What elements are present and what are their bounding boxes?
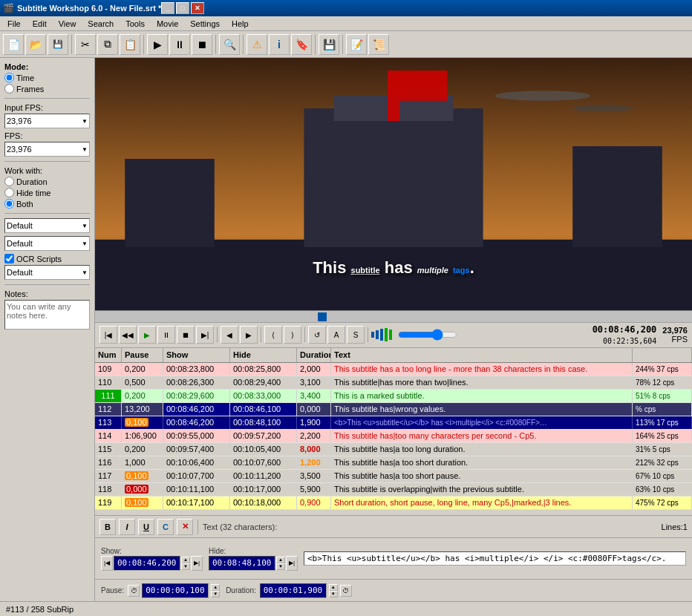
pause-timecode[interactable]: 00:00:00,100: [142, 583, 209, 598]
trans-pause[interactable]: ⏸: [157, 326, 175, 344]
table-row[interactable]: 114 1:06,900 00:09:55,000 00:09:57,200 2…: [95, 430, 692, 443]
pause-spin-down[interactable]: ▼: [211, 591, 220, 597]
menu-edit[interactable]: Edit: [27, 18, 53, 30]
trans-stop[interactable]: ⏹: [177, 326, 195, 344]
hide-spin-down[interactable]: ▼: [276, 563, 285, 570]
input-fps-combo[interactable]: 23,976 ▼: [4, 114, 90, 128]
trans-auto[interactable]: A: [327, 326, 345, 344]
table-row[interactable]: 112 13,200 00:08:46,200 00:08:46,100 0,0…: [95, 403, 692, 416]
copy-button[interactable]: ⧉: [97, 34, 118, 55]
bookmark-button[interactable]: 🔖: [291, 34, 312, 55]
trans-prev-sub[interactable]: |◀: [99, 326, 117, 344]
seekbar[interactable]: [95, 310, 692, 322]
hide-go-right[interactable]: ▶|: [286, 556, 298, 571]
maximize-button[interactable]: □: [176, 2, 189, 14]
trans-next-sub[interactable]: ▶|: [196, 326, 214, 344]
menu-search[interactable]: Search: [82, 18, 120, 30]
show-timecode[interactable]: 00:08:46,200: [114, 556, 180, 571]
hide-spin-up[interactable]: ▲: [276, 557, 285, 563]
combo2[interactable]: Default ▼: [4, 236, 90, 251]
table-row[interactable]: 116 1,000 00:10:06,400 00:10:07,600 1,20…: [95, 456, 692, 470]
play-button[interactable]: ▶: [147, 34, 168, 55]
duration-timecode[interactable]: 00:00:01,900: [260, 583, 327, 598]
combo1[interactable]: Default ▼: [4, 218, 90, 233]
table-row[interactable]: 119 0,100 00:10:17,100 00:10:18,000 0,90…: [95, 497, 692, 510]
combo3[interactable]: Default ▼: [4, 265, 90, 280]
duration-spin: ▲ ▼: [329, 584, 338, 597]
minimize-button[interactable]: _: [161, 2, 174, 14]
grid-body[interactable]: 109 0,200 00:08:23,800 00:08:25,800 2,00…: [95, 363, 692, 516]
menubar: File Edit View Search Tools Movie Settin…: [0, 16, 692, 31]
work-hide-radio[interactable]: [4, 188, 14, 197]
info-button[interactable]: i: [269, 34, 290, 55]
pause-btn[interactable]: ⏸: [169, 34, 190, 55]
table-row[interactable]: 115 0,200 00:09:57,400 00:10:05,400 8,00…: [95, 443, 692, 456]
trans-mark-in[interactable]: ⟨: [264, 326, 282, 344]
work-duration-radio[interactable]: [4, 177, 14, 186]
trans-frame-back[interactable]: ◀: [221, 326, 238, 344]
mode-time-radio[interactable]: [4, 73, 14, 82]
trans-sel[interactable]: S: [347, 326, 365, 344]
seek-thumb[interactable]: [318, 312, 327, 321]
script-button[interactable]: 📝: [346, 34, 367, 55]
show-go-right[interactable]: ▶|: [191, 556, 203, 571]
ocr-checkbox[interactable]: [4, 254, 14, 263]
close-button[interactable]: ✕: [191, 2, 204, 14]
fps-combo[interactable]: 23,976 ▼: [4, 142, 90, 157]
warn-button[interactable]: ⚠: [247, 34, 267, 55]
subtitle-overlay: This subtitle has multiple tags.: [95, 255, 692, 281]
find-button[interactable]: 🔍: [219, 34, 240, 55]
volume-slider[interactable]: [398, 330, 457, 340]
table-row[interactable]: 111 0,200 00:08:29,600 00:08:33,000 3,40…: [95, 390, 692, 403]
bold-button[interactable]: B: [99, 519, 116, 535]
duration-clock-icon[interactable]: ⏱: [340, 585, 352, 597]
text-edit-box[interactable]: <b>This <u>subtitle</u></b> has <i>multi…: [304, 551, 686, 566]
trans-play[interactable]: ▶: [138, 326, 156, 344]
trans-mark-out[interactable]: ⟩: [284, 326, 301, 344]
export-button[interactable]: 💾: [319, 34, 339, 55]
table-row[interactable]: 118 0,000 00:10:11,100 00:10:17,000 5,90…: [95, 483, 692, 497]
table-row[interactable]: 109 0,200 00:08:23,800 00:08:25,800 2,00…: [95, 363, 692, 376]
row-show-109: 00:08:23,800: [163, 363, 230, 376]
table-row[interactable]: 113 0,100 00:08:46,200 00:08:48,100 1,90…: [95, 416, 692, 430]
row-pct-116: 212% 32 cps: [633, 456, 692, 469]
underline-button[interactable]: U: [138, 519, 154, 535]
menu-view[interactable]: View: [53, 18, 82, 30]
menu-settings[interactable]: Settings: [184, 18, 226, 30]
italic-button[interactable]: I: [119, 519, 135, 535]
stop-btn[interactable]: ⏹: [192, 34, 212, 55]
row-pct-118: 63% 10 cps: [633, 483, 692, 496]
show-spin-down[interactable]: ▼: [181, 563, 190, 570]
trans-loop[interactable]: ↺: [308, 326, 326, 344]
show-go-left[interactable]: |◀: [101, 556, 113, 571]
table-row[interactable]: 110 0,500 00:08:26,300 00:08:29,400 3,10…: [95, 376, 692, 390]
hide-input-group: 00:08:48,100 ▲ ▼ ▶|: [209, 556, 298, 571]
cut-button[interactable]: ✂: [75, 34, 96, 55]
row-pause-110: 0,500: [122, 376, 163, 389]
row-pct-115: 31% 5 cps: [633, 443, 692, 456]
paste-button[interactable]: 📋: [120, 34, 140, 55]
menu-file[interactable]: File: [1, 18, 27, 30]
hide-timecode[interactable]: 00:08:48,100: [209, 556, 275, 571]
show-spin-up[interactable]: ▲: [181, 557, 190, 563]
menu-tools[interactable]: Tools: [120, 18, 151, 30]
save-button[interactable]: 💾: [48, 34, 68, 55]
menu-movie[interactable]: Movie: [151, 18, 184, 30]
script2-button[interactable]: 📜: [368, 34, 389, 55]
duration-spin-down[interactable]: ▼: [329, 591, 338, 597]
duration-spin-up[interactable]: ▲: [329, 584, 338, 591]
trans-frame-fwd[interactable]: ▶: [240, 326, 258, 344]
open-button[interactable]: 📂: [25, 34, 46, 55]
pause-spin-up[interactable]: ▲: [211, 584, 220, 591]
new-button[interactable]: 📄: [3, 34, 24, 55]
pause-clock-icon[interactable]: ⏱: [128, 585, 140, 597]
work-both-radio[interactable]: [4, 199, 14, 209]
delete-tag-button[interactable]: ✕: [177, 519, 193, 535]
trans-play-back[interactable]: ◀◀: [119, 326, 137, 344]
menu-help[interactable]: Help: [226, 18, 255, 30]
table-row[interactable]: 117 0,100 00:10:07,700 00:10:11,200 3,50…: [95, 470, 692, 483]
row-pct-117: 67% 10 cps: [633, 470, 692, 482]
mode-frames-radio[interactable]: [4, 84, 14, 94]
color-button[interactable]: C: [157, 519, 174, 535]
notes-box[interactable]: You can write any notes here.: [4, 300, 90, 330]
